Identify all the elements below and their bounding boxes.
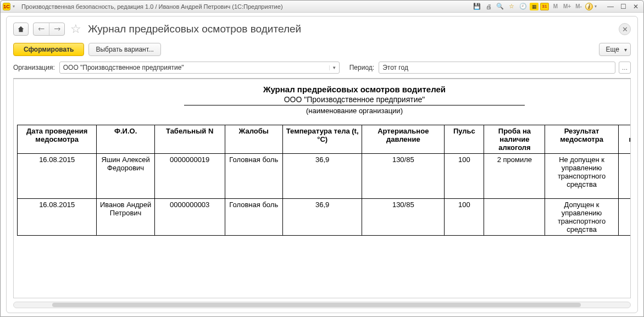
close-panel-button[interactable]: ✕	[619, 23, 631, 35]
cell-pulse: 100	[445, 154, 484, 199]
horizontal-scrollbar[interactable]	[13, 302, 631, 308]
cell-reason: -	[618, 199, 631, 236]
titlebar-dropdown-icon[interactable]: ▾	[13, 4, 18, 9]
cell-tn: 0000000019	[154, 154, 225, 199]
toolbar: Сформировать Выбрать вариант... Еще	[7, 41, 637, 62]
table-row: 16.08.2015Яшин Алексей Федорович00000000…	[18, 154, 631, 199]
org-label: Организация:	[13, 64, 55, 71]
period-label: Период:	[349, 64, 374, 71]
titlebar-tools: 💾 🖨 🔍 ☆ 🕘 ▦ 31 M M+ M- i ▾ — ☐ ✕	[472, 2, 641, 11]
cell-date: 16.08.2015	[18, 199, 97, 236]
col-bp: Артериальное давление	[362, 125, 445, 154]
cell-compl: Головная боль	[225, 199, 282, 236]
print-icon[interactable]: 🖨	[484, 2, 493, 11]
table-row: 16.08.2015Иванов Андрей Петрович00000000…	[18, 199, 631, 236]
calculator-icon[interactable]: ▦	[530, 3, 538, 10]
period-combo[interactable]: Этот год	[379, 62, 615, 74]
cell-reason: Водитель находится в состоянии алкогольн…	[618, 154, 631, 199]
content-wrap: 🡐 🡒 ☆ Журнал предрейсовых осмотров водит…	[1, 13, 643, 316]
close-window-icon[interactable]: ✕	[630, 3, 641, 10]
cell-bp: 130/85	[362, 199, 445, 236]
col-date: Дата проведения медосмотра	[18, 125, 97, 154]
history-icon[interactable]: 🕘	[518, 2, 528, 11]
nav-buttons: 🡐 🡒	[33, 23, 65, 36]
col-fio: Ф.И.О.	[97, 125, 154, 154]
generate-button[interactable]: Сформировать	[13, 43, 84, 56]
organization-combo[interactable]: ООО "Производственное предприятие" ▼	[59, 62, 340, 74]
report-organization: ООО "Производственное предприятие"	[184, 95, 525, 105]
cell-tn: 0000000003	[154, 199, 225, 236]
cell-fio: Иванов Андрей Петрович	[97, 199, 154, 236]
cell-fio: Яшин Алексей Федорович	[97, 154, 154, 199]
report-table: Дата проведения медосмотра Ф.И.О. Табель…	[17, 125, 631, 236]
report-title: Журнал предрейсовых осмотров водителей	[17, 85, 631, 94]
cell-temp: 36,9	[283, 199, 362, 236]
cell-date: 16.08.2015	[18, 154, 97, 199]
app-window: 1C ▾ Производственная безопасность, реда…	[0, 0, 644, 317]
memory-mminus-icon[interactable]: M-	[574, 2, 584, 11]
cell-res: Допущен к управлению транспортного средс…	[545, 199, 618, 236]
col-tn: Табельный N	[154, 125, 225, 154]
table-header-row: Дата проведения медосмотра Ф.И.О. Табель…	[18, 125, 631, 154]
favorite-star-icon[interactable]: ☆	[70, 22, 81, 36]
save-icon[interactable]: 💾	[472, 2, 482, 11]
filter-row: Организация: ООО "Производственное предп…	[7, 62, 637, 78]
info-dropdown-icon[interactable]: ▾	[595, 4, 600, 9]
maximize-icon[interactable]: ☐	[618, 3, 629, 10]
home-button[interactable]	[13, 23, 29, 36]
col-complaints: Жалобы	[225, 125, 282, 154]
nav-forward-button[interactable]: 🡒	[49, 23, 64, 35]
col-result: Результат медосмотра	[545, 125, 618, 154]
titlebar: 1C ▾ Производственная безопасность, реда…	[1, 1, 643, 13]
calendar-icon[interactable]: 31	[540, 3, 549, 10]
col-temperature: Температура тела (t, °С)	[283, 125, 362, 154]
period-value: Этот год	[379, 64, 615, 71]
choose-variant-button[interactable]: Выбрать вариант...	[88, 43, 160, 56]
col-reason: Причина направления к врачу	[618, 125, 631, 154]
main-panel: 🡐 🡒 ☆ Журнал предрейсовых осмотров водит…	[6, 16, 638, 313]
col-alcohol: Проба на наличие алкоголя	[484, 125, 545, 154]
cell-pulse: 100	[445, 199, 484, 236]
cell-alc: 2 промиле	[484, 154, 545, 199]
organization-value: ООО "Производственное предприятие"	[60, 64, 329, 71]
window-title: Производственная безопасность, редакция …	[21, 3, 472, 10]
cell-compl: Головная боль	[225, 154, 282, 199]
report-area: Журнал предрейсовых осмотров водителей О…	[13, 78, 631, 298]
chevron-down-icon[interactable]: ▼	[329, 65, 339, 70]
memory-mplus-icon[interactable]: M+	[562, 2, 572, 11]
cell-temp: 36,9	[283, 154, 362, 199]
scrollbar-thumb[interactable]	[52, 303, 581, 307]
app-logo-icon: 1C	[3, 3, 10, 10]
cell-res: Не допущен к управлению транспортного ср…	[545, 154, 618, 199]
info-icon[interactable]: i	[585, 3, 593, 10]
report-organization-sub: (наименование организации)	[184, 105, 525, 115]
memory-m-icon[interactable]: M	[551, 2, 560, 11]
more-button[interactable]: Еще	[599, 43, 631, 56]
cell-bp: 130/85	[362, 154, 445, 199]
period-ellipsis-button[interactable]: …	[619, 62, 631, 74]
minimize-icon[interactable]: —	[605, 3, 616, 10]
col-pulse: Пульс	[445, 125, 484, 154]
nav-back-button[interactable]: 🡐	[34, 23, 49, 35]
cell-alc	[484, 199, 545, 236]
search-icon[interactable]: 🔍	[495, 2, 505, 11]
page-title: Журнал предрейсовых осмотров водителей	[88, 23, 614, 35]
favorites-icon[interactable]: ☆	[507, 2, 517, 11]
header-row: 🡐 🡒 ☆ Журнал предрейсовых осмотров водит…	[7, 16, 637, 41]
